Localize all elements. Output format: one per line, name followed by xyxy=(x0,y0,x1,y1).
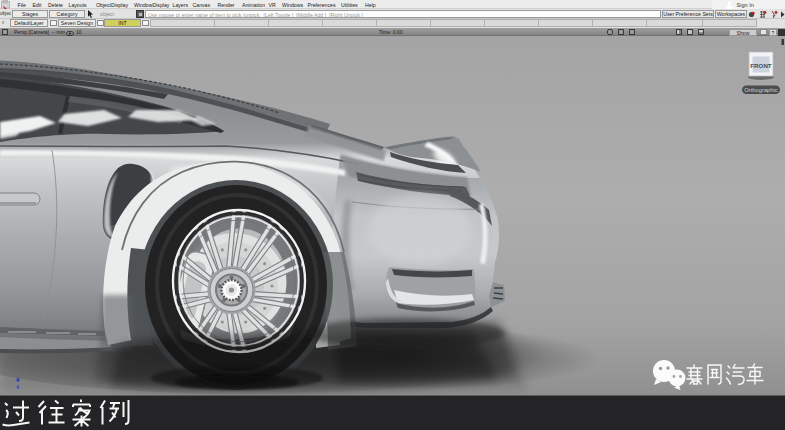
svg-text:FRONT: FRONT xyxy=(750,62,772,69)
svg-text:Orthographic: Orthographic xyxy=(744,87,778,93)
